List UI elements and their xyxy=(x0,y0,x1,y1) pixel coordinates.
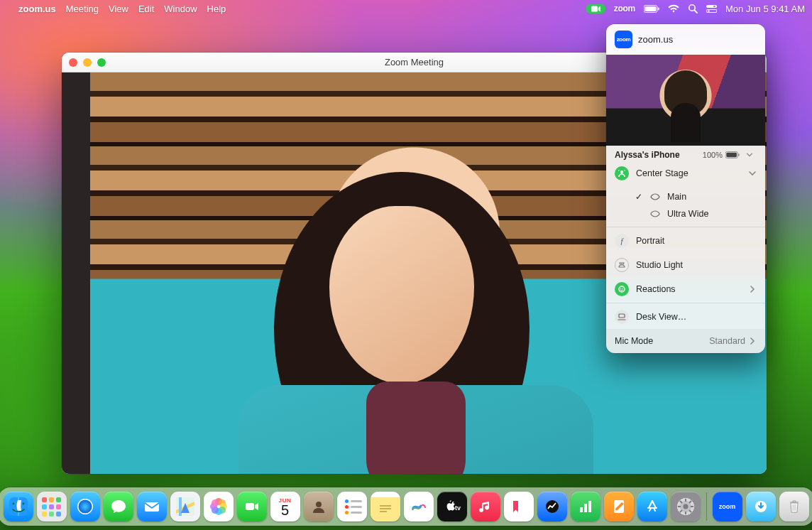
dock-maps[interactable] xyxy=(170,492,200,521)
portrait-row[interactable]: f Portrait xyxy=(606,229,765,253)
minimize-button[interactable] xyxy=(83,58,92,67)
checkmark-icon: ✓ xyxy=(635,192,643,202)
zoom-app-icon: zoom xyxy=(615,31,632,48)
svg-line-40 xyxy=(689,501,691,503)
lens-ultrawide-row[interactable]: Ultra Wide xyxy=(606,205,765,222)
dock: JUN 5 tv xyxy=(0,487,812,526)
svg-point-13 xyxy=(620,171,623,173)
dock-stocks[interactable] xyxy=(537,492,567,521)
video-effects-panel: zoom zoom.us Alyssa's iPhone 100% Center… xyxy=(606,24,765,353)
dock-appstore[interactable] xyxy=(637,492,667,521)
svg-line-5 xyxy=(694,11,697,13)
svg-rect-3 xyxy=(658,7,659,10)
dock-photos[interactable] xyxy=(204,492,234,521)
chevron-right-icon xyxy=(748,285,757,293)
device-row[interactable]: Alyssa's iPhone 100% xyxy=(606,146,765,161)
svg-point-14 xyxy=(619,286,625,292)
aperture-icon: f xyxy=(615,234,629,248)
dock-finder[interactable] xyxy=(4,492,33,521)
zoom-menubar-label[interactable]: zoom xyxy=(614,4,635,13)
mic-mode-value: Standard xyxy=(709,336,745,346)
svg-rect-30 xyxy=(588,501,591,512)
svg-text:tv: tv xyxy=(455,504,461,512)
battery-icon[interactable] xyxy=(644,5,659,13)
lens-icon xyxy=(650,210,660,217)
device-battery: 100% xyxy=(703,151,757,159)
portrait-label: Portrait xyxy=(636,236,757,246)
menu-help[interactable]: Help xyxy=(207,4,226,14)
svg-point-9 xyxy=(708,10,710,12)
desk-view-label: Desk View… xyxy=(636,312,757,322)
svg-point-25 xyxy=(316,502,322,507)
svg-rect-23 xyxy=(145,502,159,512)
menubar: zoom.us Meeting View Edit Window Help zo… xyxy=(0,0,812,17)
svg-point-16 xyxy=(622,288,623,288)
studio-light-icon xyxy=(615,258,629,272)
svg-rect-11 xyxy=(726,153,737,157)
chevron-down-icon xyxy=(748,169,757,178)
reactions-label: Reactions xyxy=(636,284,741,294)
dock-mail[interactable] xyxy=(137,492,167,521)
control-center-icon[interactable] xyxy=(706,4,717,13)
svg-point-33 xyxy=(683,504,688,509)
reactions-icon xyxy=(615,282,629,296)
menu-edit[interactable]: Edit xyxy=(138,4,154,14)
svg-line-41 xyxy=(680,510,682,512)
wifi-icon[interactable] xyxy=(668,4,679,13)
panel-header: zoom zoom.us xyxy=(606,24,765,55)
svg-line-39 xyxy=(689,510,691,512)
menu-view[interactable]: View xyxy=(109,4,128,14)
device-name: Alyssa's iPhone xyxy=(615,150,680,160)
app-menu[interactable]: zoom.us xyxy=(18,4,56,14)
calendar-day: 5 xyxy=(281,504,289,517)
svg-rect-24 xyxy=(246,503,254,510)
menu-window[interactable]: Window xyxy=(164,4,197,14)
studio-light-row[interactable]: Studio Light xyxy=(606,253,765,277)
spotlight-icon[interactable] xyxy=(688,4,698,13)
menu-meeting[interactable]: Meeting xyxy=(66,4,99,14)
chevron-down-icon xyxy=(742,151,757,158)
svg-rect-0 xyxy=(591,6,598,11)
dock-messages[interactable] xyxy=(104,492,133,521)
svg-point-19 xyxy=(12,503,14,505)
dock-trash[interactable] xyxy=(779,492,809,521)
svg-rect-12 xyxy=(738,153,739,156)
desk-view-row[interactable]: Desk View… xyxy=(606,305,765,329)
svg-rect-2 xyxy=(644,6,656,11)
svg-point-8 xyxy=(713,6,715,8)
dock-news[interactable] xyxy=(504,492,534,521)
dock-calendar[interactable]: JUN 5 xyxy=(270,492,300,521)
dock-launchpad[interactable] xyxy=(37,492,67,521)
center-stage-icon xyxy=(615,166,629,180)
mic-mode-label: Mic Mode xyxy=(615,336,653,346)
dock-freeform[interactable] xyxy=(404,492,434,521)
dock-zoom[interactable]: zoom xyxy=(713,492,742,521)
dock-safari[interactable] xyxy=(70,492,100,521)
chevron-right-icon xyxy=(748,337,757,345)
fullscreen-button[interactable] xyxy=(97,58,106,67)
svg-rect-17 xyxy=(619,314,625,318)
close-button[interactable] xyxy=(69,58,77,67)
mic-mode-row[interactable]: Mic Mode Standard xyxy=(606,329,765,353)
dock-pages[interactable] xyxy=(604,492,634,521)
facetime-status-pill[interactable] xyxy=(586,4,605,13)
dock-contacts[interactable] xyxy=(304,492,334,521)
dock-notes[interactable] xyxy=(371,492,400,521)
reactions-row[interactable]: Reactions xyxy=(606,277,765,301)
dock-numbers[interactable] xyxy=(571,492,600,521)
dock-settings[interactable] xyxy=(671,492,701,521)
dock-music[interactable] xyxy=(471,492,500,521)
lens-icon xyxy=(650,193,660,200)
dock-facetime[interactable] xyxy=(237,492,267,521)
clock[interactable]: Mon Jun 5 9:41 AM xyxy=(725,4,805,14)
dock-tv[interactable]: tv xyxy=(437,492,467,521)
camera-preview xyxy=(606,55,765,146)
dock-separator xyxy=(706,492,707,521)
studio-light-label: Studio Light xyxy=(636,260,757,270)
dock-reminders[interactable] xyxy=(337,492,367,521)
lens-main-label: Main xyxy=(667,192,686,202)
participant-main xyxy=(274,172,530,470)
center-stage-row[interactable]: Center Stage xyxy=(606,161,765,185)
dock-downloads[interactable] xyxy=(746,492,776,521)
lens-main-row[interactable]: ✓ Main xyxy=(606,188,765,205)
